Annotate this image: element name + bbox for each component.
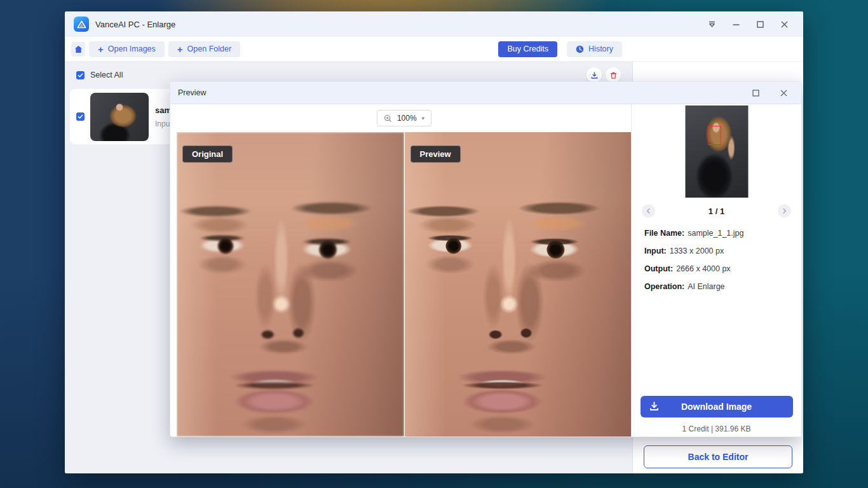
magnifier-plus-icon [384, 114, 392, 123]
open-folder-label: Open Folder [187, 44, 231, 53]
select-all-checkbox[interactable] [76, 71, 85, 79]
item-checkbox[interactable] [76, 112, 85, 121]
comparison-area: Original Preview [177, 132, 632, 437]
minimize-icon[interactable] [727, 16, 745, 32]
select-all-label: Select All [90, 71, 123, 79]
file-info-list: File Name:sample_1_1.jpg Input:1333 x 20… [644, 229, 796, 300]
preview-dialog-title: Preview [178, 88, 206, 97]
zoom-control[interactable]: 100% ▾ [377, 110, 431, 126]
dialog-close-icon[interactable] [775, 85, 792, 101]
preview-dialog-body: 100% ▾ Original Preview [170, 104, 801, 437]
download-icon [649, 401, 660, 412]
maximize-icon[interactable] [751, 16, 769, 32]
preview-info-panel: 1 / 1 File Name:sample_1_1.jpg Input:133… [631, 104, 801, 437]
clock-icon [576, 45, 584, 53]
panel-thumbnail[interactable] [685, 105, 748, 198]
open-folder-button[interactable]: + Open Folder [168, 41, 240, 57]
preview-dialog-controls [747, 85, 792, 101]
pager: 1 / 1 [632, 198, 801, 224]
pager-count: 1 / 1 [709, 207, 724, 216]
batch-actions [587, 67, 621, 83]
chevron-down-icon[interactable]: ▾ [422, 115, 425, 121]
credit-size-text: 1 Credit | 391.96 KB [632, 424, 801, 433]
next-image-button[interactable] [778, 205, 791, 218]
operation-value: AI Enlarge [688, 282, 724, 291]
zoom-bar: 100% ▾ [177, 104, 632, 132]
delete-all-icon[interactable] [606, 67, 621, 83]
input-value: 1333 x 2000 px [670, 247, 724, 255]
preview-badge: Preview [410, 146, 461, 163]
preview-face-image [405, 132, 632, 437]
operation-label: Operation: [644, 282, 684, 291]
preview-dialog-header: Preview [170, 82, 801, 104]
plus-icon: + [177, 44, 183, 54]
dialog-maximize-icon[interactable] [747, 85, 764, 101]
window-title: VanceAI PC - Enlarge [95, 20, 175, 29]
file-name-value: sample_1_1.jpg [688, 229, 743, 238]
item-thumbnail [90, 93, 149, 141]
history-button[interactable]: History [567, 41, 622, 57]
preview-image-pane[interactable]: Preview [405, 132, 632, 437]
window-controls [703, 16, 793, 32]
open-images-label: Open Images [108, 44, 156, 53]
crop-region-marker [708, 126, 721, 145]
file-name-row: File Name:sample_1_1.jpg [644, 229, 796, 238]
download-image-label: Download Image [681, 402, 752, 412]
input-size-row: Input:1333 x 2000 px [644, 247, 796, 256]
download-image-button[interactable]: Download Image [641, 396, 793, 417]
operation-row: Operation:AI Enlarge [644, 282, 796, 292]
vanceai-window: VanceAI PC - Enlarge + Open Images [65, 11, 803, 473]
vanceai-logo-icon [74, 17, 89, 32]
buy-credits-button[interactable]: Buy Credits [498, 41, 557, 57]
output-label: Output: [644, 264, 673, 273]
home-button[interactable] [71, 42, 85, 57]
toolbar: + Open Images + Open Folder Buy Credits … [65, 37, 803, 62]
history-label: History [588, 44, 613, 53]
download-all-icon[interactable] [587, 67, 602, 83]
preview-dialog: Preview 100% ▾ [170, 81, 802, 437]
open-images-button[interactable]: + Open Images [89, 41, 165, 57]
original-face-image [177, 132, 404, 437]
output-value: 2666 x 4000 px [676, 264, 731, 273]
zoom-level-value: 100% [397, 114, 417, 123]
original-badge: Original [182, 146, 233, 163]
close-icon[interactable] [775, 16, 793, 32]
collapse-to-tray-icon[interactable] [703, 16, 721, 32]
original-image-pane[interactable]: Original [177, 132, 404, 437]
input-label: Input: [644, 247, 667, 255]
file-name-label: File Name: [644, 229, 684, 238]
previous-image-button[interactable] [642, 205, 655, 218]
titlebar: VanceAI PC - Enlarge [65, 11, 803, 37]
plus-icon: + [98, 44, 104, 54]
back-to-editor-button[interactable]: Back to Editor [644, 445, 792, 468]
output-size-row: Output:2666 x 4000 px [644, 264, 796, 274]
